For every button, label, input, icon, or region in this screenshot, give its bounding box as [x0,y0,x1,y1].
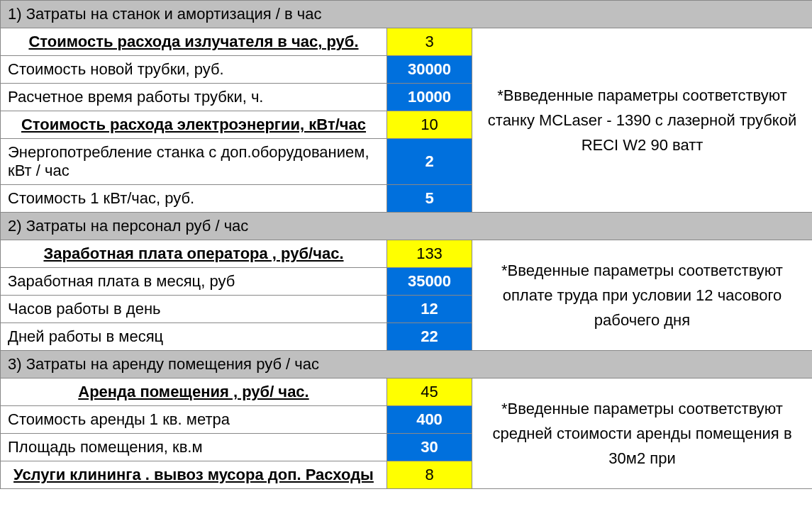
section-1-header: 1) Затраты на станок и амортизация / в ч… [1,1,813,28]
kwh-cost-value[interactable]: 5 [387,185,472,213]
section-3-header: 3) Затраты на аренду помещения руб / час [1,351,813,378]
rent-hour-label: Аренда помещения , руб/ час. [1,378,387,406]
sqm-cost-value[interactable]: 400 [387,406,472,434]
salary-hour-label: Заработная плата оператора , руб/час. [1,240,387,268]
section-2-header-row: 2) Затраты на персонал руб / час [1,213,813,240]
table-row: Стоимость расхода излучателя в час, руб.… [1,28,813,56]
tube-time-label: Расчетное время работы трубки, ч. [1,84,387,111]
table-row: Аренда помещения , руб/ час. 45 *Введенн… [1,378,813,406]
days-month-value[interactable]: 22 [387,323,472,351]
section-3-header-row: 3) Затраты на аренду помещения руб / час [1,351,813,378]
tube-time-value[interactable]: 10000 [387,84,472,111]
section-2-header: 2) Затраты на персонал руб / час [1,213,813,240]
hours-day-value[interactable]: 12 [387,296,472,323]
section-1-header-row: 1) Затраты на станок и амортизация / в ч… [1,1,813,28]
energy-cost-label: Стоимость расхода электроэнергии, кВт/ча… [1,111,387,139]
section-3-note: *Введенные параметры соответствуют средн… [472,378,813,489]
cleaning-value[interactable]: 8 [387,461,472,489]
salary-month-value[interactable]: 35000 [387,268,472,296]
sqm-cost-label: Стоимость аренды 1 кв. метра [1,406,387,434]
hours-day-label: Часов работы в день [1,296,387,323]
emitter-cost-label: Стоимость расхода излучателя в час, руб. [1,28,387,56]
cleaning-label: Услуги клининга . вывоз мусора доп. Расх… [1,461,387,489]
power-usage-label: Энергопотребление станка с доп.оборудова… [1,139,387,185]
kwh-cost-label: Стоимость 1 кВт/час, руб. [1,185,387,213]
tube-cost-value[interactable]: 30000 [387,56,472,84]
rent-hour-value[interactable]: 45 [387,378,472,406]
area-label: Площадь помещения, кв.м [1,434,387,461]
table-row: Заработная плата оператора , руб/час. 13… [1,240,813,268]
days-month-label: Дней работы в месяц [1,323,387,351]
section-2-note: *Введенные параметры соответствуют оплат… [472,240,813,351]
section-1-note: *Ввведенные параметры соответствуют стан… [472,28,813,213]
power-usage-value[interactable]: 2 [387,139,472,185]
cost-table: 1) Затраты на станок и амортизация / в ч… [0,0,812,489]
tube-cost-label: Стоимость новой трубки, руб. [1,56,387,84]
salary-hour-value[interactable]: 133 [387,240,472,268]
emitter-cost-value[interactable]: 3 [387,28,472,56]
energy-cost-value[interactable]: 10 [387,111,472,139]
area-value[interactable]: 30 [387,434,472,461]
salary-month-label: Заработная плата в месяц, руб [1,268,387,296]
